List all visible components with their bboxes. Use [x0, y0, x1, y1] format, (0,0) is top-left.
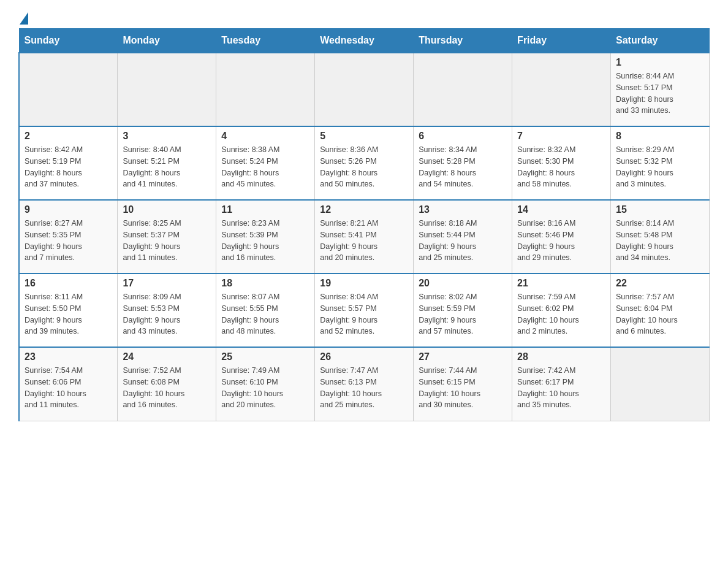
calendar-cell: 1Sunrise: 8:44 AM Sunset: 5:17 PM Daylig… — [611, 53, 710, 126]
calendar-cell: 23Sunrise: 7:54 AM Sunset: 6:06 PM Dayli… — [19, 347, 118, 421]
calendar-cell: 5Sunrise: 8:36 AM Sunset: 5:26 PM Daylig… — [315, 126, 414, 200]
day-number: 13 — [419, 204, 507, 215]
day-info: Sunrise: 8:09 AM Sunset: 5:53 PM Dayligh… — [123, 291, 211, 337]
weekday-header-friday: Friday — [512, 29, 611, 53]
day-number: 17 — [123, 278, 211, 289]
day-info: Sunrise: 8:34 AM Sunset: 5:28 PM Dayligh… — [419, 144, 507, 190]
day-number: 20 — [419, 278, 507, 289]
day-info: Sunrise: 8:38 AM Sunset: 5:24 PM Dayligh… — [221, 144, 309, 190]
calendar-cell: 21Sunrise: 7:59 AM Sunset: 6:02 PM Dayli… — [512, 274, 611, 347]
day-info: Sunrise: 8:07 AM Sunset: 5:55 PM Dayligh… — [221, 291, 309, 337]
day-info: Sunrise: 7:57 AM Sunset: 6:04 PM Dayligh… — [616, 291, 704, 337]
calendar-cell — [118, 53, 216, 126]
day-number: 26 — [320, 351, 408, 362]
day-number: 28 — [517, 351, 605, 362]
calendar-cell: 14Sunrise: 8:16 AM Sunset: 5:46 PM Dayli… — [512, 200, 611, 274]
day-info: Sunrise: 8:14 AM Sunset: 5:48 PM Dayligh… — [616, 218, 704, 264]
day-number: 21 — [517, 278, 605, 289]
calendar-cell: 6Sunrise: 8:34 AM Sunset: 5:28 PM Daylig… — [414, 126, 512, 200]
page-header — [18, 12, 710, 22]
weekday-header-tuesday: Tuesday — [216, 29, 315, 53]
day-info: Sunrise: 7:42 AM Sunset: 6:17 PM Dayligh… — [517, 365, 605, 411]
day-info: Sunrise: 8:25 AM Sunset: 5:37 PM Dayligh… — [123, 218, 211, 264]
calendar-cell: 2Sunrise: 8:42 AM Sunset: 5:19 PM Daylig… — [19, 126, 118, 200]
day-number: 2 — [25, 131, 112, 142]
calendar-cell — [611, 347, 710, 421]
calendar-cell: 19Sunrise: 8:04 AM Sunset: 5:57 PM Dayli… — [315, 274, 414, 347]
calendar-cell: 18Sunrise: 8:07 AM Sunset: 5:55 PM Dayli… — [216, 274, 315, 347]
calendar-cell: 27Sunrise: 7:44 AM Sunset: 6:15 PM Dayli… — [414, 347, 512, 421]
day-info: Sunrise: 8:02 AM Sunset: 5:59 PM Dayligh… — [419, 291, 507, 337]
weekday-header-sunday: Sunday — [19, 29, 118, 53]
day-number: 23 — [25, 351, 112, 362]
day-number: 24 — [123, 351, 211, 362]
calendar-cell: 24Sunrise: 7:52 AM Sunset: 6:08 PM Dayli… — [118, 347, 216, 421]
logo — [18, 12, 28, 22]
weekday-header-wednesday: Wednesday — [315, 29, 414, 53]
calendar-cell: 12Sunrise: 8:21 AM Sunset: 5:41 PM Dayli… — [315, 200, 414, 274]
day-number: 9 — [25, 204, 112, 215]
calendar-week-row: 16Sunrise: 8:11 AM Sunset: 5:50 PM Dayli… — [19, 274, 710, 347]
weekday-header-saturday: Saturday — [611, 29, 710, 53]
day-info: Sunrise: 8:42 AM Sunset: 5:19 PM Dayligh… — [25, 144, 112, 190]
calendar-cell: 13Sunrise: 8:18 AM Sunset: 5:44 PM Dayli… — [414, 200, 512, 274]
day-info: Sunrise: 8:32 AM Sunset: 5:30 PM Dayligh… — [517, 144, 605, 190]
day-info: Sunrise: 8:16 AM Sunset: 5:46 PM Dayligh… — [517, 218, 605, 264]
day-info: Sunrise: 8:29 AM Sunset: 5:32 PM Dayligh… — [616, 144, 704, 190]
day-number: 18 — [221, 278, 309, 289]
calendar-week-row: 2Sunrise: 8:42 AM Sunset: 5:19 PM Daylig… — [19, 126, 710, 200]
calendar-cell: 4Sunrise: 8:38 AM Sunset: 5:24 PM Daylig… — [216, 126, 315, 200]
day-number: 25 — [221, 351, 309, 362]
calendar-cell: 28Sunrise: 7:42 AM Sunset: 6:17 PM Dayli… — [512, 347, 611, 421]
calendar-cell — [19, 53, 118, 126]
day-info: Sunrise: 7:44 AM Sunset: 6:15 PM Dayligh… — [419, 365, 507, 411]
day-number: 14 — [517, 204, 605, 215]
day-info: Sunrise: 8:36 AM Sunset: 5:26 PM Dayligh… — [320, 144, 408, 190]
calendar-cell: 25Sunrise: 7:49 AM Sunset: 6:10 PM Dayli… — [216, 347, 315, 421]
day-info: Sunrise: 8:27 AM Sunset: 5:35 PM Dayligh… — [25, 218, 112, 264]
day-number: 6 — [419, 131, 507, 142]
day-number: 10 — [123, 204, 211, 215]
day-number: 3 — [123, 131, 211, 142]
calendar-week-row: 23Sunrise: 7:54 AM Sunset: 6:06 PM Dayli… — [19, 347, 710, 421]
calendar-week-row: 9Sunrise: 8:27 AM Sunset: 5:35 PM Daylig… — [19, 200, 710, 274]
day-info: Sunrise: 8:40 AM Sunset: 5:21 PM Dayligh… — [123, 144, 211, 190]
calendar-cell — [512, 53, 611, 126]
day-number: 5 — [320, 131, 408, 142]
day-number: 1 — [616, 57, 704, 68]
day-info: Sunrise: 8:21 AM Sunset: 5:41 PM Dayligh… — [320, 218, 408, 264]
day-number: 19 — [320, 278, 408, 289]
calendar-cell: 11Sunrise: 8:23 AM Sunset: 5:39 PM Dayli… — [216, 200, 315, 274]
calendar-cell: 8Sunrise: 8:29 AM Sunset: 5:32 PM Daylig… — [611, 126, 710, 200]
day-number: 8 — [616, 131, 704, 142]
calendar-cell — [414, 53, 512, 126]
day-info: Sunrise: 8:18 AM Sunset: 5:44 PM Dayligh… — [419, 218, 507, 264]
calendar-cell: 7Sunrise: 8:32 AM Sunset: 5:30 PM Daylig… — [512, 126, 611, 200]
day-number: 12 — [320, 204, 408, 215]
day-info: Sunrise: 8:11 AM Sunset: 5:50 PM Dayligh… — [25, 291, 112, 337]
day-info: Sunrise: 8:44 AM Sunset: 5:17 PM Dayligh… — [616, 71, 704, 117]
day-number: 7 — [517, 131, 605, 142]
day-info: Sunrise: 8:04 AM Sunset: 5:57 PM Dayligh… — [320, 291, 408, 337]
day-number: 4 — [221, 131, 309, 142]
day-info: Sunrise: 7:54 AM Sunset: 6:06 PM Dayligh… — [25, 365, 112, 411]
day-info: Sunrise: 7:47 AM Sunset: 6:13 PM Dayligh… — [320, 365, 408, 411]
day-number: 16 — [25, 278, 112, 289]
day-info: Sunrise: 7:59 AM Sunset: 6:02 PM Dayligh… — [517, 291, 605, 337]
logo-triangle-icon — [20, 12, 28, 25]
calendar-week-row: 1Sunrise: 8:44 AM Sunset: 5:17 PM Daylig… — [19, 53, 710, 126]
calendar-cell: 10Sunrise: 8:25 AM Sunset: 5:37 PM Dayli… — [118, 200, 216, 274]
day-number: 22 — [616, 278, 704, 289]
calendar-cell: 3Sunrise: 8:40 AM Sunset: 5:21 PM Daylig… — [118, 126, 216, 200]
day-info: Sunrise: 7:52 AM Sunset: 6:08 PM Dayligh… — [123, 365, 211, 411]
weekday-header-thursday: Thursday — [414, 29, 512, 53]
calendar-table: SundayMondayTuesdayWednesdayThursdayFrid… — [18, 28, 710, 421]
day-number: 15 — [616, 204, 704, 215]
calendar-cell: 17Sunrise: 8:09 AM Sunset: 5:53 PM Dayli… — [118, 274, 216, 347]
day-info: Sunrise: 7:49 AM Sunset: 6:10 PM Dayligh… — [221, 365, 309, 411]
calendar-cell: 20Sunrise: 8:02 AM Sunset: 5:59 PM Dayli… — [414, 274, 512, 347]
calendar-cell — [216, 53, 315, 126]
weekday-header-monday: Monday — [118, 29, 216, 53]
calendar-cell: 15Sunrise: 8:14 AM Sunset: 5:48 PM Dayli… — [611, 200, 710, 274]
day-number: 27 — [419, 351, 507, 362]
